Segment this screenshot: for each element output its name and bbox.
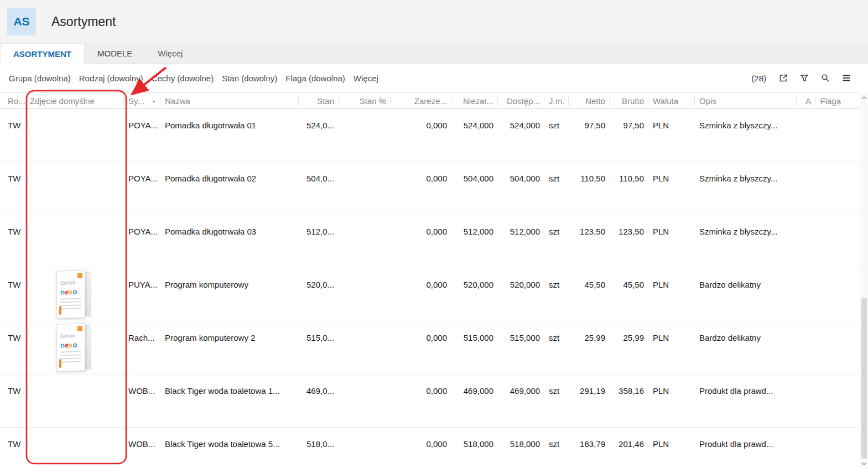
column-label: J.m. xyxy=(549,96,564,106)
column-header-netto[interactable]: Netto xyxy=(569,93,610,108)
cell-ro: TW xyxy=(0,215,25,237)
filter-icon[interactable] xyxy=(798,72,810,84)
tab-asortyment[interactable]: ASORTYMENT xyxy=(0,43,85,64)
filter-flaga-dowolna[interactable]: Flaga (dowolna) xyxy=(285,74,345,83)
table-row[interactable]: TWPOYA...Pomadka długotrwała 03512,0...0… xyxy=(0,215,860,268)
column-header-a[interactable]: A xyxy=(797,93,815,108)
cell-a xyxy=(797,215,815,226)
filter-więcej[interactable]: Więcej xyxy=(354,74,378,83)
column-label: Sy... xyxy=(128,96,144,106)
column-label: Flaga xyxy=(820,96,841,106)
cell-a xyxy=(797,162,815,173)
filter-stan-dowolny[interactable]: Stan (dowolny) xyxy=(222,74,277,83)
cell-photo xyxy=(25,375,124,376)
column-header-photo[interactable]: Zdjęcie domyślne xyxy=(25,93,124,108)
column-header-sym[interactable]: Sy...▲ xyxy=(124,93,160,108)
cell-zareze: 0,000 xyxy=(391,162,451,184)
cell-waluta: PLN xyxy=(648,428,695,450)
tab-modele[interactable]: MODELE xyxy=(85,43,145,64)
cell-waluta: PLN xyxy=(648,375,695,397)
search-icon[interactable] xyxy=(819,72,831,84)
box-text-lines xyxy=(60,298,82,309)
cell-zareze: 0,000 xyxy=(391,375,451,397)
cell-zareze: 0,000 xyxy=(391,109,451,131)
cell-photo: Gestornexo xyxy=(25,268,124,320)
filter-grupa-dowolna[interactable]: Grupa (dowolna) xyxy=(9,74,71,83)
cell-dostep: 469,000 xyxy=(498,375,544,397)
column-header-brutto[interactable]: Brutto xyxy=(610,93,648,108)
cell-netto: 123,50 xyxy=(569,215,610,237)
box-product-name: nexo xyxy=(60,288,82,296)
table-row[interactable]: TWGestornexoRach...Program komputerowy 2… xyxy=(0,321,860,375)
open-in-window-icon[interactable] xyxy=(777,72,789,84)
scroll-up-icon[interactable] xyxy=(860,93,868,102)
cell-opis: Bardzo delikatny xyxy=(695,321,797,344)
cell-stan: 469,0... xyxy=(299,375,339,397)
asortyment-window: AS Asortyment ASORTYMENTMODELEWięcej Gru… xyxy=(0,0,868,468)
scrollbar-thumb[interactable] xyxy=(861,298,867,459)
table-row[interactable]: TWWOB...Black Tiger woda toaletowa 5...5… xyxy=(0,428,860,468)
product-image-gestor-nexo: Gestornexo xyxy=(52,269,97,320)
cell-stan: 512,0... xyxy=(299,215,339,237)
column-header-zareze[interactable]: Zareze... xyxy=(391,93,451,108)
cell-stan_pct xyxy=(339,215,391,226)
cell-sym: POYA... xyxy=(124,215,160,237)
column-header-nazwa[interactable]: Nazwa xyxy=(160,93,299,108)
column-label: Stan % xyxy=(360,96,386,106)
cell-opis: Szminka z błyszczy... xyxy=(695,109,797,131)
cell-waluta: PLN xyxy=(648,268,695,290)
filter-bar: Grupa (dowolna)Rodzaj (dowolny)Cechy (do… xyxy=(0,64,868,92)
column-header-niezar[interactable]: Niezar... xyxy=(451,93,498,108)
cell-sym: WOB... xyxy=(124,375,160,397)
cell-ro: TW xyxy=(0,268,25,290)
column-header-flaga[interactable]: Flaga xyxy=(815,93,860,108)
menu-icon[interactable] xyxy=(840,72,853,84)
cell-ro: TW xyxy=(0,375,25,397)
cell-zareze: 0,000 xyxy=(391,321,451,344)
cell-sym: Rach... xyxy=(124,321,160,344)
cell-flaga xyxy=(815,428,860,439)
product-image-gestor-nexo: Gestornexo xyxy=(52,323,97,373)
table-row[interactable]: TWPOYA...Pomadka długotrwała 02504,0...0… xyxy=(0,162,860,215)
cell-waluta: PLN xyxy=(648,321,695,344)
cell-a xyxy=(797,428,815,439)
cell-brutto: 358,16 xyxy=(610,375,648,397)
filter-rodzaj-dowolny[interactable]: Rodzaj (dowolny) xyxy=(79,74,143,83)
scroll-down-icon[interactable] xyxy=(860,459,868,468)
column-header-jm[interactable]: J.m. xyxy=(544,93,569,108)
cell-ro: TW xyxy=(0,162,25,184)
table-row[interactable]: TWWOB...Black Tiger woda toaletowa 1...4… xyxy=(0,375,860,428)
cell-sym: WOB... xyxy=(124,428,160,450)
box-stripe xyxy=(59,360,61,368)
filter-cechy-dowolne[interactable]: Cechy (dowolne) xyxy=(152,74,214,83)
column-header-opis[interactable]: Opis xyxy=(695,93,797,108)
module-tabs: ASORTYMENTMODELEWięcej xyxy=(0,43,868,64)
table-row[interactable]: TWGestornexoPUYA...Program komputerowy52… xyxy=(0,268,860,321)
box-product-name: nexo xyxy=(60,341,82,349)
column-header-ro[interactable]: Ro... xyxy=(0,93,25,108)
cell-a xyxy=(797,321,815,332)
column-header-dostep[interactable]: Dostęp... xyxy=(498,93,544,108)
cell-niezar: 515,000 xyxy=(451,321,498,344)
top-bar: AS Asortyment xyxy=(0,0,868,43)
column-header-stan[interactable]: Stan xyxy=(299,93,339,108)
column-header-waluta[interactable]: Waluta xyxy=(648,93,695,108)
cell-nazwa: Pomadka długotrwała 01 xyxy=(160,109,299,131)
cell-photo xyxy=(25,215,124,216)
tab-więcej[interactable]: Więcej xyxy=(145,43,195,64)
cell-flaga xyxy=(815,109,860,120)
asortyment-table: Ro...Zdjęcie domyślneSy...▲NazwaStanStan… xyxy=(0,92,860,468)
cell-sym: POYA... xyxy=(124,109,160,131)
cell-photo xyxy=(25,428,124,429)
cell-niezar: 512,000 xyxy=(451,215,498,237)
cell-netto: 110,50 xyxy=(569,162,610,184)
cell-stan: 518,0... xyxy=(299,428,339,450)
cell-stan: 520,0... xyxy=(299,268,339,290)
table-header: Ro...Zdjęcie domyślneSy...▲NazwaStanStan… xyxy=(0,92,860,109)
cell-stan: 515,0... xyxy=(299,321,339,344)
table-row[interactable]: TWPOYA...Pomadka długotrwała 01524,0...0… xyxy=(0,109,860,162)
cell-stan: 504,0... xyxy=(299,162,339,184)
cell-jm: szt xyxy=(544,428,569,450)
vertical-scrollbar[interactable] xyxy=(860,92,868,468)
column-header-stan_pct[interactable]: Stan % xyxy=(339,93,391,108)
